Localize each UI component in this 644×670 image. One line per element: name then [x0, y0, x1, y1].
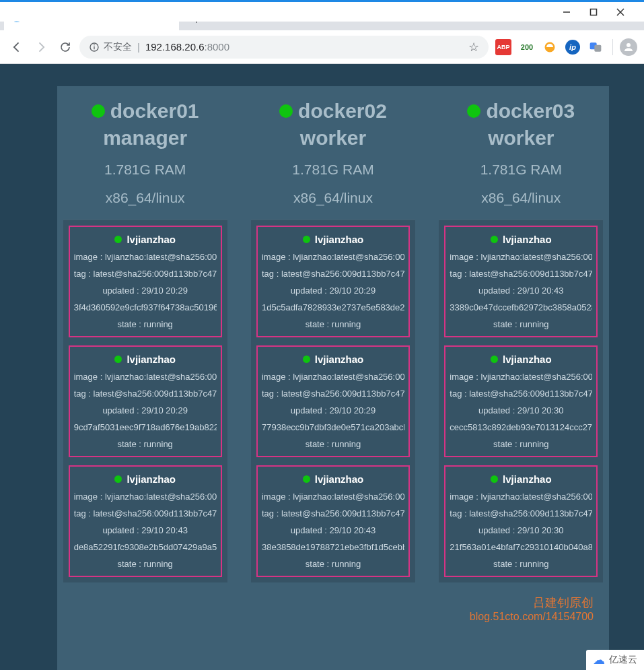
- task-name-text: lvjianzhao: [127, 473, 176, 485]
- info-icon: [89, 42, 100, 53]
- task-name: lvjianzhao: [491, 354, 552, 365]
- task-tag: tag : latest@sha256:009d113bb7c474: [262, 508, 404, 518]
- task-tag: tag : latest@sha256:009d113bb7c474: [74, 508, 217, 518]
- task-state: state : running: [450, 319, 592, 329]
- task-id: 1d5c5adfa7828933e2737e5e583de2: [262, 302, 404, 312]
- task-updated: updated : 29/10 20:30: [450, 405, 592, 415]
- task-id: de8a52291fc9308e2b5dd07429a9a5: [74, 542, 217, 552]
- task-card[interactable]: lvjianzhaoimage : lvjianzhao:latest@sha2…: [69, 226, 222, 337]
- task-card[interactable]: lvjianzhaoimage : lvjianzhao:latest@sha2…: [69, 465, 222, 577]
- task-id: 3389c0e47dccefb62972bc3858a0528: [450, 302, 592, 312]
- task-id: 38e3858de19788721ebe3fbf1d5cebb: [262, 542, 404, 552]
- task-name: lvjianzhao: [303, 473, 364, 485]
- svg-point-6: [94, 44, 95, 45]
- task-image: image : lvjianzhao:latest@sha256:009: [450, 372, 592, 382]
- extension-3-icon[interactable]: [542, 40, 557, 55]
- navigation-bar: 不安全 | 192.168.20.6:8000 ☆ ABP 200 ip: [0, 30, 644, 64]
- status-dot-icon: [303, 356, 310, 363]
- task-name: lvjianzhao: [491, 234, 552, 245]
- status-dot-icon: [467, 104, 480, 118]
- node-role: manager: [103, 127, 187, 149]
- task-card[interactable]: lvjianzhaoimage : lvjianzhao:latest@sha2…: [444, 465, 598, 577]
- node-name: docker02: [279, 100, 387, 123]
- status-dot-icon: [303, 236, 310, 243]
- task-name-text: lvjianzhao: [315, 234, 364, 245]
- security-indicator[interactable]: 不安全: [89, 41, 132, 53]
- node-arch: x86_64/linux: [481, 190, 561, 206]
- separator: |: [137, 41, 140, 53]
- abp-icon[interactable]: ABP: [495, 39, 511, 55]
- task-tag: tag : latest@sha256:009d113bb7c474: [262, 389, 404, 399]
- task-image: image : lvjianzhao:latest@sha256:009: [74, 252, 217, 262]
- svg-rect-1: [591, 9, 597, 15]
- task-state: state : running: [450, 439, 592, 449]
- task-name-text: lvjianzhao: [503, 234, 552, 245]
- task-name-text: lvjianzhao: [503, 473, 552, 485]
- node-arch: x86_64/linux: [293, 190, 373, 206]
- task-updated: updated : 29/10 20:43: [450, 286, 592, 296]
- task-image: image : lvjianzhao:latest@sha256:009: [74, 372, 217, 382]
- close-button[interactable]: [607, 3, 634, 22]
- status-dot-icon: [491, 236, 498, 243]
- task-state: state : running: [262, 559, 404, 569]
- bookmark-icon[interactable]: ☆: [468, 40, 479, 55]
- task-updated: updated : 29/10 20:29: [74, 405, 217, 415]
- task-name-text: lvjianzhao: [503, 354, 552, 365]
- watermark-line-2: blog.51cto.com/14154700: [470, 611, 594, 623]
- visualizer-panel: docker01manager1.781G RAMx86_64/linuxlvj…: [57, 86, 609, 670]
- task-id: 9cd7af5031eec9f718ad676e19ab822: [74, 422, 217, 432]
- ip-icon[interactable]: ip: [565, 40, 580, 55]
- task-state: state : running: [74, 439, 217, 449]
- watermark-text: 吕建钊原创 blog.51cto.com/14154700: [470, 595, 594, 623]
- task-card[interactable]: lvjianzhaoimage : lvjianzhao:latest@sha2…: [444, 226, 598, 337]
- task-name-text: lvjianzhao: [315, 354, 364, 365]
- corner-text: 亿速云: [609, 654, 637, 666]
- task-card[interactable]: lvjianzhaoimage : lvjianzhao:latest@sha2…: [444, 345, 598, 457]
- profile-avatar[interactable]: [620, 38, 637, 56]
- task-updated: updated : 29/10 20:29: [262, 405, 404, 415]
- task-card[interactable]: lvjianzhaoimage : lvjianzhao:latest@sha2…: [256, 226, 410, 337]
- svg-rect-9: [594, 44, 601, 51]
- maximize-button[interactable]: [580, 3, 607, 22]
- task-name: lvjianzhao: [114, 354, 176, 365]
- task-updated: updated : 29/10 20:29: [262, 286, 404, 296]
- node-column: docker02worker1.781G RAMx86_64/linuxlvji…: [245, 86, 421, 670]
- node-name: docker01: [92, 100, 199, 123]
- watermark-line-1: 吕建钊原创: [470, 595, 594, 611]
- task-state: state : running: [262, 439, 404, 449]
- status-200-icon[interactable]: 200: [520, 40, 534, 55]
- status-dot-icon: [491, 475, 498, 483]
- node-ram: 1.781G RAM: [104, 162, 186, 178]
- task-list: lvjianzhaoimage : lvjianzhao:latest@sha2…: [63, 220, 227, 582]
- task-tag: tag : latest@sha256:009d113bb7c474: [450, 269, 592, 279]
- forward-button[interactable]: [31, 37, 51, 57]
- task-list: lvjianzhaoimage : lvjianzhao:latest@sha2…: [251, 220, 415, 582]
- cloud-icon: ☁: [593, 652, 605, 667]
- task-state: state : running: [450, 559, 592, 569]
- node-role: worker: [300, 127, 366, 149]
- corner-logo: ☁ 亿速云: [586, 650, 644, 670]
- window-controls: [0, 0, 644, 22]
- status-dot-icon: [491, 356, 498, 363]
- address-bar[interactable]: 不安全 | 192.168.20.6:8000 ☆: [79, 36, 489, 59]
- task-card[interactable]: lvjianzhaoimage : lvjianzhao:latest@sha2…: [69, 345, 222, 457]
- reload-button[interactable]: [55, 37, 75, 57]
- back-button[interactable]: [7, 37, 27, 57]
- task-list: lvjianzhaoimage : lvjianzhao:latest@sha2…: [439, 220, 603, 582]
- node-ram: 1.781G RAM: [292, 162, 373, 178]
- task-card[interactable]: lvjianzhaoimage : lvjianzhao:latest@sha2…: [256, 465, 410, 577]
- task-image: image : lvjianzhao:latest@sha256:009: [262, 252, 404, 262]
- task-id: cecc5813c892deb93e7013124ccc278: [450, 422, 592, 432]
- status-dot-icon: [279, 104, 293, 118]
- task-image: image : lvjianzhao:latest@sha256:009: [262, 372, 404, 382]
- translate-icon[interactable]: [588, 40, 603, 55]
- task-image: image : lvjianzhao:latest@sha256:009: [262, 492, 404, 502]
- task-state: state : running: [74, 319, 217, 329]
- task-name-text: lvjianzhao: [127, 354, 176, 365]
- security-label: 不安全: [104, 41, 132, 53]
- minimize-button[interactable]: [553, 3, 580, 22]
- node-name-text: docker01: [110, 100, 199, 123]
- node-arch: x86_64/linux: [106, 190, 185, 206]
- node-ram: 1.781G RAM: [480, 162, 562, 178]
- task-card[interactable]: lvjianzhaoimage : lvjianzhao:latest@sha2…: [256, 345, 410, 457]
